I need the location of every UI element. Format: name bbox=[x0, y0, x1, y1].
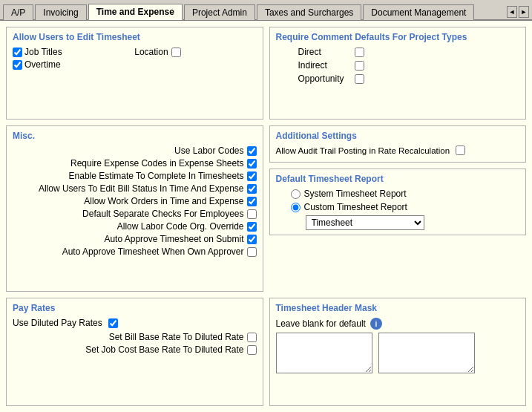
set-job-cost-checkbox[interactable] bbox=[247, 345, 257, 355]
misc-row-0: Use Labor Codes bbox=[13, 145, 257, 156]
system-timesheet-radio[interactable] bbox=[291, 189, 301, 199]
tab-taxes[interactable]: Taxes and Surcharges bbox=[257, 4, 361, 20]
misc-row-4: Allow Work Orders in Time and Expense bbox=[13, 196, 257, 206]
misc-checkbox-5[interactable] bbox=[247, 209, 257, 219]
misc-checkbox-6[interactable] bbox=[247, 222, 257, 232]
opportunity-checkbox[interactable] bbox=[355, 74, 364, 84]
location-row: Location bbox=[134, 47, 256, 57]
overtime-row: Overtime bbox=[13, 59, 134, 70]
misc-label-2: Enable Estimate To Complete In Timesheet… bbox=[69, 171, 244, 181]
misc-row-1: Require Expense Codes in Expense Sheets bbox=[13, 158, 257, 169]
misc-checkbox-4[interactable] bbox=[247, 197, 257, 206]
audit-trail-checkbox[interactable] bbox=[456, 145, 465, 155]
tab-time-expense[interactable]: Time and Expense bbox=[88, 4, 183, 20]
system-timesheet-label: System Timesheet Report bbox=[304, 189, 407, 199]
tab-project-admin[interactable]: Project Admin bbox=[184, 4, 255, 20]
require-comment-section: Require Comment Defaults For Project Typ… bbox=[269, 27, 527, 120]
indirect-label: Indirect bbox=[298, 60, 350, 71]
info-icon[interactable]: i bbox=[370, 318, 382, 330]
tab-invoicing[interactable]: Invoicing bbox=[35, 4, 86, 20]
custom-timesheet-row: Custom Timesheet Report bbox=[276, 202, 520, 212]
tab-ap[interactable]: A/P bbox=[3, 4, 33, 20]
misc-label-1: Require Expense Codes in Expense Sheets bbox=[70, 158, 243, 169]
misc-label-8: Auto Approve Timesheet When Own Approver bbox=[62, 246, 244, 257]
misc-checkbox-7[interactable] bbox=[247, 235, 257, 244]
allow-users-right: Location bbox=[134, 47, 256, 72]
tab-navigation: ◄ ► bbox=[507, 6, 529, 19]
set-job-cost-row: Set Job Cost Base Rate To Diluted Rate bbox=[13, 344, 257, 355]
default-timesheet-section: Default Timesheet Report System Timeshee… bbox=[269, 169, 527, 235]
set-bill-base-row: Set Bill Base Rate To Diluted Rate bbox=[13, 332, 257, 342]
require-comment-title: Require Comment Defaults For Project Typ… bbox=[276, 32, 520, 42]
use-diluted-checkbox[interactable] bbox=[108, 318, 118, 328]
overtime-label: Overtime bbox=[24, 59, 61, 70]
misc-row-2: Enable Estimate To Complete In Timesheet… bbox=[13, 171, 257, 181]
location-checkbox[interactable] bbox=[171, 48, 181, 57]
misc-label-6: Allow Labor Code Org. Override bbox=[117, 221, 244, 232]
job-titles-row: Job Titles bbox=[13, 47, 134, 57]
misc-label-5: Default Separate Checks For Employees bbox=[82, 209, 243, 219]
misc-row-8: Auto Approve Timesheet When Own Approver bbox=[13, 246, 257, 257]
misc-label-7: Auto Approve Timesheet on Submit bbox=[104, 234, 243, 244]
allow-users-left: Job Titles Overtime bbox=[13, 47, 134, 72]
misc-row-5: Default Separate Checks For Employees bbox=[13, 209, 257, 219]
direct-row: Direct bbox=[276, 47, 520, 57]
misc-row-3: Allow Users To Edit Bill Status In Time … bbox=[13, 183, 257, 194]
misc-row-7: Auto Approve Timesheet on Submit bbox=[13, 234, 257, 244]
timesheet-header-mask-title: Timesheet Header Mask bbox=[276, 303, 520, 313]
system-timesheet-row: System Timesheet Report bbox=[276, 189, 520, 199]
set-bill-base-label: Set Bill Base Rate To Diluted Rate bbox=[109, 332, 244, 342]
timesheet-dropdown[interactable]: Timesheet Weekly Timesheet bbox=[306, 215, 424, 230]
custom-timesheet-radio[interactable] bbox=[291, 203, 301, 212]
audit-trail-row: Allow Audit Trail Posting in Rate Recalc… bbox=[276, 145, 520, 155]
overtime-checkbox[interactable] bbox=[13, 60, 22, 70]
misc-row-6: Allow Labor Code Org. Override bbox=[13, 221, 257, 232]
tab-prev-button[interactable]: ◄ bbox=[507, 6, 517, 18]
location-label: Location bbox=[134, 47, 168, 57]
direct-label: Direct bbox=[298, 47, 350, 57]
mask-input-2[interactable] bbox=[378, 333, 475, 373]
tab-document[interactable]: Document Management bbox=[363, 4, 474, 20]
misc-section: Misc. Use Labor Codes Require Expense Co… bbox=[6, 125, 263, 292]
custom-timesheet-label: Custom Timesheet Report bbox=[304, 202, 407, 212]
indirect-checkbox[interactable] bbox=[355, 61, 364, 71]
mask-label-row: Leave blank for default i bbox=[276, 318, 520, 330]
timesheet-dropdown-row: Timesheet Weekly Timesheet bbox=[276, 215, 520, 230]
set-bill-base-checkbox[interactable] bbox=[247, 333, 257, 342]
misc-checkbox-0[interactable] bbox=[247, 146, 257, 156]
mask-input-1[interactable] bbox=[276, 333, 372, 373]
opportunity-row: Opportunity bbox=[276, 73, 520, 84]
allow-users-grid: Job Titles Overtime Location bbox=[13, 47, 257, 72]
tab-next-button[interactable]: ► bbox=[519, 6, 529, 18]
additional-settings-title: Additional Settings bbox=[276, 131, 520, 141]
misc-checkbox-8[interactable] bbox=[247, 247, 257, 257]
additional-settings-section: Additional Settings Allow Audit Trail Po… bbox=[269, 125, 527, 163]
job-titles-label: Job Titles bbox=[24, 47, 62, 57]
audit-trail-label: Allow Audit Trail Posting in Rate Recalc… bbox=[276, 146, 450, 155]
set-job-cost-label: Set Job Cost Base Rate To Diluted Rate bbox=[85, 344, 243, 355]
misc-checkbox-1[interactable] bbox=[247, 159, 257, 169]
use-diluted-label: Use Diluted Pay Rates bbox=[13, 318, 102, 328]
mask-inputs bbox=[276, 333, 520, 373]
allow-users-title: Allow Users to Edit Timesheet bbox=[13, 32, 257, 42]
timesheet-header-mask-section: Timesheet Header Mask Leave blank for de… bbox=[269, 298, 527, 406]
allow-users-section: Allow Users to Edit Timesheet Job Titles… bbox=[6, 27, 263, 120]
pay-rates-title: Pay Rates bbox=[13, 303, 257, 313]
pay-rates-section: Pay Rates Use Diluted Pay Rates Set Bill… bbox=[6, 298, 263, 406]
misc-label-0: Use Labor Codes bbox=[174, 145, 243, 156]
misc-label-3: Allow Users To Edit Bill Status In Time … bbox=[39, 183, 244, 194]
default-timesheet-title: Default Timesheet Report bbox=[276, 174, 520, 184]
opportunity-label: Opportunity bbox=[298, 73, 350, 84]
use-diluted-row: Use Diluted Pay Rates bbox=[13, 318, 257, 328]
main-content: Allow Users to Edit Timesheet Job Titles… bbox=[0, 21, 532, 412]
job-titles-checkbox[interactable] bbox=[13, 48, 22, 57]
indirect-row: Indirect bbox=[276, 60, 520, 71]
right-mid-column: Additional Settings Allow Audit Trail Po… bbox=[269, 125, 527, 292]
direct-checkbox[interactable] bbox=[355, 48, 364, 57]
misc-title: Misc. bbox=[13, 131, 257, 141]
misc-checkbox-3[interactable] bbox=[247, 184, 257, 194]
leave-blank-label: Leave blank for default bbox=[276, 318, 366, 329]
misc-checkbox-2[interactable] bbox=[247, 171, 257, 181]
tab-bar: A/P Invoicing Time and Expense Project A… bbox=[0, 0, 532, 21]
misc-label-4: Allow Work Orders in Time and Expense bbox=[84, 196, 243, 206]
